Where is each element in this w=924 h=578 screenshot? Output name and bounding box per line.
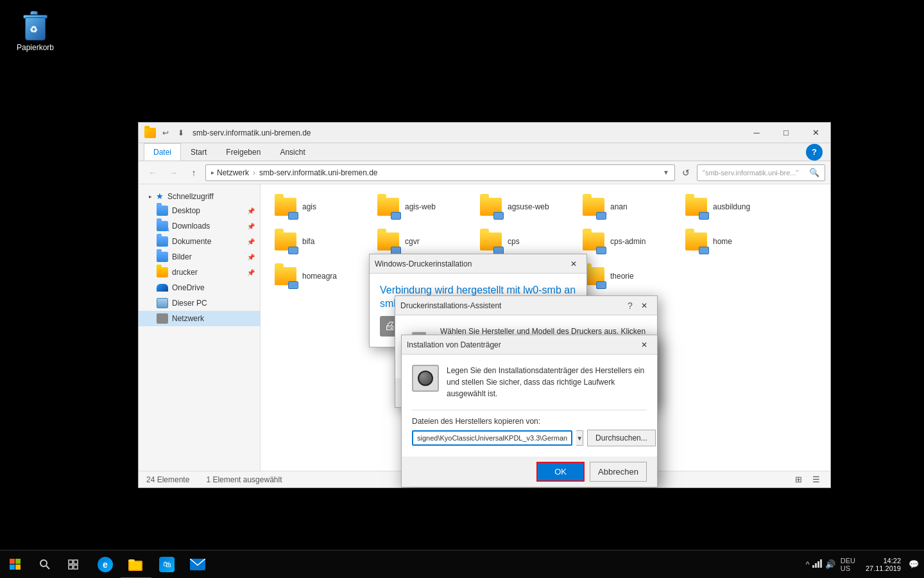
svg-rect-14 [10,565,15,570]
language-text: DEU [841,557,855,565]
close-button[interactable]: ✕ [801,123,830,143]
pin-icon-dokumente: 📌 [247,238,255,245]
file-item-agsuse-web[interactable]: agsuse-web [474,192,576,222]
file-label-agis-web: agis-web [405,202,436,211]
sidebar-item-onedrive[interactable]: OneDrive [139,280,260,295]
durchsuchen-button[interactable]: Durchsuchen... [587,430,656,446]
tab-ansicht[interactable]: Ansicht [270,143,314,161]
file-item-home[interactable]: home [679,227,756,256]
onedrive-sidebar-icon [157,282,168,293]
sidebar-item-drucker[interactable]: drucker 📌 [139,265,260,280]
ribbon-tabs: Datei Start Freigeben Ansicht ? [139,143,830,161]
recycle-bin-label: Papierkorb [17,43,54,52]
datentraeger-disk-icon [412,365,439,392]
language-indicator[interactable]: DEU US [838,557,858,572]
address-separator: › [253,168,255,177]
tab-freigeben[interactable]: Freigeben [216,143,270,161]
svg-rect-28 [817,561,819,568]
address-bar[interactable]: ▸ Netzwerk › smb-serv.informatik.uni-bre… [205,164,675,181]
path-input[interactable]: signed\KyoClassicUniversalKPDL_v3.3\Germ… [412,430,572,446]
taskbar-clock[interactable]: 14:22 27.11.2019 [860,557,906,572]
file-item-ausbildung[interactable]: ausbildung [679,192,782,222]
list-view-button[interactable]: ⊞ [792,473,805,486]
status-item-count: 24 Elemente [146,475,189,484]
file-item-cgvr[interactable]: cgvr [371,227,474,256]
explorer-title-bar: ↩ ⬇ smb-serv.informatik.uni-bremen.de ─ … [139,123,830,143]
region-text: US [841,565,855,572]
path-dropdown-button[interactable]: ▼ [576,430,583,446]
netzwerk-sidebar-icon [157,313,168,324]
forward-button[interactable]: → [164,164,182,182]
address-part-netzwerk[interactable]: Netzwerk [217,168,249,177]
datentraeger-title-bar: Installation von Datenträger ✕ [402,335,657,355]
file-item-agis[interactable]: agis [268,192,371,222]
store-icon: 🛍 [159,557,175,572]
file-label-agsuse-web: agsuse-web [508,202,549,211]
ribbon: Datei Start Freigeben Ansicht ? [139,143,830,161]
mail-icon [190,559,205,570]
status-separator [194,475,201,484]
file-item-bifa[interactable]: bifa [268,227,371,256]
wizard-help-icon[interactable]: ? [624,299,637,312]
help-icon[interactable]: ? [806,144,823,161]
explorer-title-text: smb-serv.informatik.uni-bremen.de [193,128,742,137]
svg-rect-12 [10,559,15,564]
up-button[interactable]: ↑ [185,164,203,182]
search-taskbar-button[interactable] [31,550,59,579]
file-label-cps-admin: cps-admin [610,237,646,246]
address-chevron: ▸ [211,169,214,176]
search-icon[interactable]: 🔍 [809,168,819,177]
recycle-bin-desktop-icon[interactable]: ♻ Papierkorb [13,10,58,52]
pin-icon-downloads: 📌 [247,223,255,230]
maximize-button[interactable]: □ [771,123,801,143]
datentraeger-ok-button[interactable]: OK [536,462,585,482]
file-item-homeagra[interactable]: homeagra [268,261,371,291]
wizard-title-bar: Druckerinstallations-Assistent ? ✕ [395,296,657,315]
wizard-close-button[interactable]: ✕ [637,298,652,313]
datentraeger-abbrechen-button[interactable]: Abbrechen [590,462,647,482]
taskbar-app-mail[interactable] [182,550,213,579]
minimize-button[interactable]: ─ [742,123,771,143]
star-icon: ★ [156,191,164,201]
sidebar-item-downloads[interactable]: ↓ Downloads 📌 [139,218,260,234]
folder-icon-agsuse-web [479,195,502,218]
sidebar-item-desktop[interactable]: Desktop 📌 [139,203,260,218]
tab-start[interactable]: Start [181,143,216,161]
bilder-sidebar-icon [157,251,168,263]
notification-icon[interactable]: 💬 [909,559,919,569]
properties-icon-titlebar[interactable]: ⬇ [175,127,187,139]
file-item-anan[interactable]: anan [576,192,679,222]
sidebar-item-netzwerk[interactable]: Netzwerk [139,311,260,326]
back-button[interactable]: ← [144,164,162,182]
copy-from-label: Dateien des Herstellers kopieren von: [412,417,647,426]
sidebar-item-schnellzugriff[interactable]: ▸ ★ Schnellzugriff [139,189,260,203]
address-dropdown-icon[interactable]: ▼ [663,169,669,176]
sidebar-item-bilder[interactable]: Bilder 📌 [139,249,260,265]
file-item-cps-admin[interactable]: cps-admin [576,227,679,256]
sidebar-item-dieser-pc[interactable]: Dieser PC [139,295,260,311]
sidebar-item-dokumente[interactable]: Dokumente 📌 [139,234,260,249]
chevron-tray-icon[interactable]: ^ [806,559,810,569]
file-item-cps[interactable]: cps [474,227,576,256]
taskbar-app-edge[interactable]: e [90,550,121,579]
address-part-server[interactable]: smb-serv.informatik.uni-bremen.de [259,168,378,177]
volume-tray-icon[interactable]: 🔊 [825,559,835,569]
windows-logo-icon [10,559,21,570]
file-item-theorie[interactable]: theorie [576,261,679,291]
task-view-button[interactable] [59,550,87,579]
details-view-button[interactable]: ☰ [810,473,823,486]
start-button[interactable] [0,550,31,579]
printer-install-close-button[interactable]: ✕ [566,256,581,272]
svg-rect-13 [15,559,21,564]
taskbar-app-store[interactable]: 🛍 [151,550,182,579]
status-selected: 1 Element ausgewählt [206,475,282,484]
refresh-button[interactable]: ↺ [678,164,694,181]
undo-icon-titlebar[interactable]: ↩ [159,127,172,139]
file-item-agis-web[interactable]: agis-web [371,192,474,222]
tab-datei[interactable]: Datei [144,143,181,161]
datentraeger-close-button[interactable]: ✕ [637,337,652,353]
search-bar[interactable]: "smb-serv.informatik.uni-bre..." 🔍 [697,164,825,181]
file-label-ausbildung: ausbildung [713,202,750,211]
taskbar-app-explorer[interactable] [121,550,151,579]
network-tray-icon[interactable] [812,559,823,570]
